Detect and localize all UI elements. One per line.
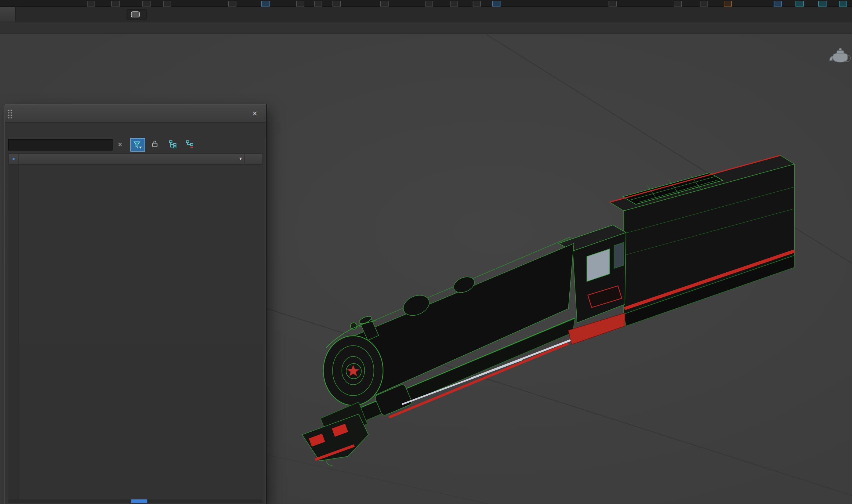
toolbar-icon-fragment[interactable] xyxy=(296,1,304,7)
filter-button[interactable] xyxy=(130,138,145,152)
pick-parent-icon[interactable] xyxy=(169,140,177,150)
main-toolbar xyxy=(0,0,852,7)
scene-explorer-titlebar[interactable]: × xyxy=(5,105,266,123)
boiler xyxy=(352,237,574,406)
teapot-object xyxy=(830,48,851,62)
tab-modeling[interactable] xyxy=(0,7,16,22)
toolbar-icon-fragment[interactable] xyxy=(609,1,617,7)
toolbar-icon-fragment[interactable] xyxy=(700,1,708,7)
tab-selection[interactable] xyxy=(40,7,64,22)
toolbar-icon-fragment[interactable] xyxy=(425,1,433,7)
clear-search-icon[interactable]: × xyxy=(115,139,125,150)
toolbar-icon-fragment[interactable] xyxy=(818,1,827,7)
toolbar-icon-fragment[interactable] xyxy=(261,1,270,7)
toolbar-icon-fragment[interactable] xyxy=(332,1,341,7)
search-input[interactable] xyxy=(8,139,113,150)
column-frozen-header[interactable] xyxy=(244,154,262,164)
scene-explorer-window: × × xyxy=(4,104,266,504)
toolbar-icon-fragment[interactable] xyxy=(674,1,682,7)
toolbar-icon-fragment[interactable] xyxy=(380,1,388,7)
scene-explorer-menubar xyxy=(5,123,266,137)
toolbar-icon-fragment[interactable] xyxy=(839,1,847,7)
tender xyxy=(610,156,794,326)
pick-children-icon[interactable] xyxy=(186,140,194,150)
toolbar-icon-fragment[interactable] xyxy=(492,1,501,7)
column-name-header[interactable]: ▾ xyxy=(19,154,244,164)
toolbar-icon-fragment[interactable] xyxy=(796,1,804,7)
ribbon-tab-bar xyxy=(0,7,852,22)
toolbar-icon-fragment[interactable] xyxy=(228,1,237,7)
scrollbar-thumb[interactable] xyxy=(131,500,147,503)
toolbar-icon-fragment[interactable] xyxy=(163,1,171,7)
column-headers: ● ▾ xyxy=(8,153,263,164)
window-grip[interactable] xyxy=(7,109,13,119)
ribbon-minimize-icon xyxy=(131,11,140,17)
3dsmax-window: × × xyxy=(0,0,852,504)
tab-object-paint[interactable] xyxy=(64,7,87,22)
sort-caret-icon: ▾ xyxy=(239,154,242,164)
lock-cell-editing-icon[interactable] xyxy=(152,140,158,149)
toolbar-icon-fragment[interactable] xyxy=(450,1,458,7)
column-icon-dot[interactable]: ● xyxy=(8,154,19,164)
toolbar-icon-fragment[interactable] xyxy=(142,1,150,7)
scene-explorer-side-strip xyxy=(8,164,19,499)
ribbon-config-button[interactable] xyxy=(127,9,147,20)
scene-explorer-empty-area xyxy=(19,344,263,499)
toolbar-icon-fragment[interactable] xyxy=(87,1,95,7)
close-icon[interactable]: × xyxy=(249,108,260,119)
toolbar-icon-fragment[interactable] xyxy=(724,1,732,7)
funnel-icon xyxy=(133,140,142,149)
toolbar-icon-fragment[interactable] xyxy=(314,1,322,7)
tab-freeform[interactable] xyxy=(16,7,40,22)
locomotive-model xyxy=(302,156,795,465)
scene-explorer-toolbar: × xyxy=(5,137,266,153)
toolbar-icon-fragment[interactable] xyxy=(774,1,782,7)
toolbar-icon-fragment[interactable] xyxy=(111,1,120,7)
headlight xyxy=(350,323,357,329)
ribbon-panel-row xyxy=(0,22,852,34)
toolbar-icon-fragment[interactable] xyxy=(473,1,481,7)
horizontal-scrollbar[interactable] xyxy=(8,500,262,503)
tab-populate[interactable] xyxy=(88,7,111,22)
